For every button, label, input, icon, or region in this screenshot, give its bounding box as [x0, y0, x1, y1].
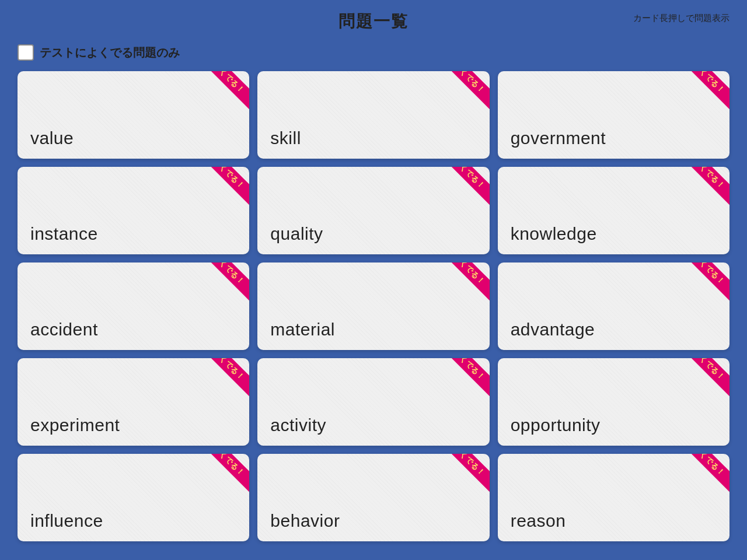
badge-label: よくでる！ — [686, 454, 729, 494]
badge: よくでる！ — [677, 262, 729, 315]
badge: よくでる！ — [197, 358, 249, 411]
header-hint: カード長押しで問題表示 — [633, 13, 729, 24]
badge-label: よくでる！ — [206, 454, 250, 494]
card-experiment[interactable]: よくでる！ experiment — [18, 358, 249, 446]
card-instance[interactable]: よくでる！ instance — [18, 167, 249, 254]
badge: よくでる！ — [437, 71, 490, 124]
card-word: accident — [30, 320, 98, 340]
badge: よくでる！ — [197, 262, 249, 315]
card-knowledge[interactable]: よくでる！ knowledge — [498, 167, 729, 254]
badge-label: よくでる！ — [446, 167, 490, 206]
badge: よくでる！ — [677, 167, 729, 219]
card-word: reason — [511, 511, 566, 531]
card-grid: よくでる！ value よくでる！ skill よくでる！ government… — [0, 71, 747, 553]
badge-label: よくでる！ — [206, 71, 250, 111]
card-reason[interactable]: よくでる！ reason — [498, 454, 729, 541]
badge-label: よくでる！ — [686, 262, 729, 302]
badge-label: よくでる！ — [446, 262, 490, 302]
card-influence[interactable]: よくでる！ influence — [18, 454, 249, 541]
badge: よくでる！ — [677, 71, 729, 124]
card-word: advantage — [511, 320, 595, 340]
badge: よくでる！ — [197, 167, 249, 219]
badge: よくでる！ — [437, 167, 490, 219]
card-accident[interactable]: よくでる！ accident — [18, 262, 249, 350]
badge-label: よくでる！ — [446, 358, 490, 398]
badge: よくでる！ — [677, 358, 729, 411]
card-word: opportunity — [511, 415, 601, 435]
badge: よくでる！ — [197, 454, 249, 506]
page-title: 問題一覧 — [338, 10, 409, 33]
card-quality[interactable]: よくでる！ quality — [257, 167, 489, 254]
badge-label: よくでる！ — [446, 71, 490, 111]
badge-label: よくでる！ — [446, 454, 490, 494]
badge: よくでる！ — [677, 454, 729, 506]
filter-row: テストによくでる問題のみ — [0, 38, 747, 71]
card-material[interactable]: よくでる！ material — [257, 262, 489, 350]
header: 問題一覧 カード長押しで問題表示 — [0, 0, 747, 38]
card-word: activity — [270, 415, 326, 435]
card-word: behavior — [270, 511, 340, 531]
card-skill[interactable]: よくでる！ skill — [257, 71, 489, 159]
badge-label: よくでる！ — [686, 71, 729, 111]
card-word: value — [30, 128, 74, 148]
badge-label: よくでる！ — [686, 167, 729, 206]
badge: よくでる！ — [437, 358, 490, 411]
card-government[interactable]: よくでる！ government — [498, 71, 729, 159]
card-word: material — [270, 320, 335, 340]
card-word: quality — [270, 224, 323, 244]
badge-label: よくでる！ — [206, 167, 250, 206]
badge: よくでる！ — [437, 262, 490, 315]
filter-checkbox[interactable] — [18, 44, 34, 61]
card-word: skill — [270, 128, 301, 148]
card-opportunity[interactable]: よくでる！ opportunity — [498, 358, 729, 446]
card-word: influence — [30, 511, 103, 531]
card-activity[interactable]: よくでる！ activity — [257, 358, 489, 446]
badge: よくでる！ — [437, 454, 490, 506]
filter-label: テストによくでる問題のみ — [40, 45, 180, 61]
card-word: government — [511, 128, 606, 148]
card-value[interactable]: よくでる！ value — [18, 71, 249, 159]
badge-label: よくでる！ — [206, 262, 250, 302]
badge-label: よくでる！ — [206, 358, 250, 398]
card-word: experiment — [30, 415, 120, 435]
card-word: knowledge — [511, 224, 597, 244]
card-word: instance — [30, 224, 98, 244]
badge: よくでる！ — [197, 71, 249, 124]
card-advantage[interactable]: よくでる！ advantage — [498, 262, 729, 350]
badge-label: よくでる！ — [686, 358, 729, 398]
card-behavior[interactable]: よくでる！ behavior — [257, 454, 489, 541]
